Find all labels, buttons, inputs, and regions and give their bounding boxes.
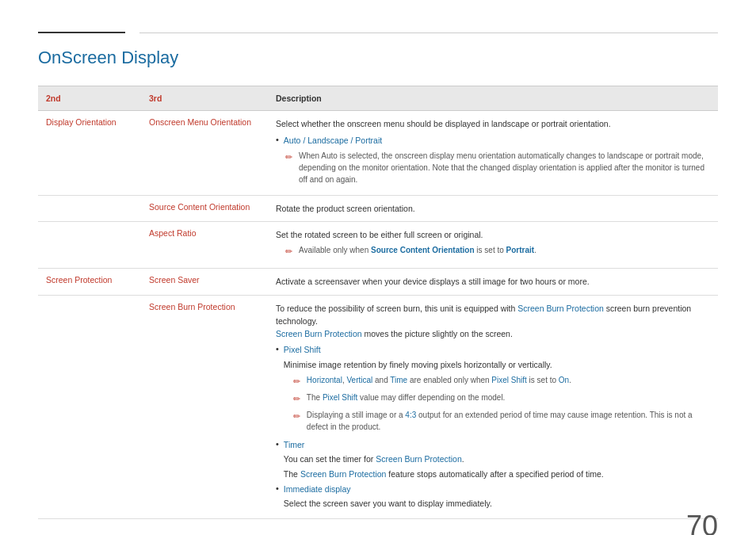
screen-burn-label: Screen Burn Protection <box>149 302 235 311</box>
table-row: Screen Protection Screen Saver Activate … <box>38 269 718 295</box>
portrait-link: Portrait <box>506 246 535 254</box>
display-orientation-label: Display Orientation <box>46 117 116 127</box>
table-row: Screen Burn Protection To reduce the pos… <box>38 295 718 519</box>
note-icon-p1: ✏ <box>293 375 303 388</box>
top-line-right <box>139 32 718 33</box>
page-number: 70 <box>686 510 718 535</box>
table-header-row: 2nd 3rd Description <box>38 86 718 111</box>
timer-container: Timer You can set the timer for Screen B… <box>284 438 604 480</box>
pixel-shift-container: Pixel Shift Minimise image retention by … <box>284 343 710 436</box>
timer-sub1: You can set the timer for Screen Burn Pr… <box>284 453 604 465</box>
immediate-container: Immediate display Select the screen save… <box>284 483 492 510</box>
desc-screen-saver: Activate a screensaver when your device … <box>276 277 590 286</box>
pixel-shift-label: Pixel Shift <box>284 345 321 354</box>
pixel-shift-link2: Pixel Shift <box>491 376 526 384</box>
note-icon: ✏ <box>285 151 295 164</box>
note-block-aspect: ✏ Available only when Source Content Ori… <box>285 244 710 258</box>
note-text-p2: The Pixel Shift value may differ dependi… <box>307 392 506 403</box>
desc-source-content: Rotate the product screen orientation. <box>276 204 415 213</box>
note-pixel-3: ✏ Displaying a still image or a 4:3 outp… <box>293 409 710 433</box>
cell-3rd-screen-saver: Screen Saver <box>141 269 268 295</box>
aspect-ratio-label: Aspect Ratio <box>149 228 197 238</box>
cell-2nd-screen-protection: Screen Protection <box>38 269 141 295</box>
note-icon-aspect: ✏ <box>285 245 295 258</box>
immediate-label: Immediate display <box>284 484 351 494</box>
cell-2nd-empty1 <box>38 195 141 221</box>
note-text-auto: When Auto is selected, the onscreen disp… <box>299 150 710 185</box>
onscreen-menu-label: Onscreen Menu Orientation <box>149 117 251 127</box>
top-line <box>38 32 718 33</box>
timer-sub2: The Screen Burn Protection feature stops… <box>284 468 604 480</box>
cell-3rd-aspect-ratio: Aspect Ratio <box>141 222 268 269</box>
immediate-sub: Select the screen saver you want to disp… <box>284 497 492 510</box>
screen-protection-label: Screen Protection <box>46 275 112 285</box>
note-text-aspect: Available only when Source Content Orien… <box>299 244 536 256</box>
note-pixel-1: ✏ Horizontal, Vertical and Time are enab… <box>293 374 710 388</box>
header-3rd: 3rd <box>141 86 268 111</box>
cell-2nd-empty3 <box>38 295 141 519</box>
page-title: OnScreen Display <box>38 48 718 68</box>
cell-3rd-onscreen-menu: Onscreen Menu Orientation <box>141 111 268 196</box>
pixel-shift-link3: Pixel Shift <box>323 393 357 402</box>
ratio-link: 4:3 <box>405 411 416 419</box>
bullet-list-onscreen: Auto / Landscape / Portrait <box>276 134 710 147</box>
cell-3rd-screen-burn: Screen Burn Protection <box>141 295 268 519</box>
screen-burn-link1: Screen Burn Protection <box>517 304 604 313</box>
pixel-shift-sub: Minimise image retention by finely movin… <box>284 358 710 371</box>
horizontal-link: Horizontal <box>307 376 342 384</box>
cell-3rd-source-content: Source Content Orientation <box>141 195 268 221</box>
cell-2nd-display-orientation: Display Orientation <box>38 111 141 196</box>
time-link: Time <box>390 376 407 384</box>
cell-desc-screen-saver: Activate a screensaver when your device … <box>268 269 718 295</box>
content-table: 2nd 3rd Description Display Orientation … <box>38 86 718 519</box>
list-item-immediate: Immediate display Select the screen save… <box>276 483 710 510</box>
cell-desc-onscreen-menu: Select whether the onscreen menu should … <box>268 111 718 196</box>
note-text-p1: Horizontal, Vertical and Time are enable… <box>307 374 571 386</box>
header-desc: Description <box>268 86 718 111</box>
desc-aspect-ratio: Set the rotated screen to be either full… <box>276 230 483 239</box>
timer-label: Timer <box>284 440 304 449</box>
table-row: Display Orientation Onscreen Menu Orient… <box>38 111 718 196</box>
note-block-auto: ✏ When Auto is selected, the onscreen di… <box>285 150 710 185</box>
cell-desc-screen-burn: To reduce the possibility of screen burn… <box>268 295 718 519</box>
screen-burn-link4: Screen Burn Protection <box>300 469 387 479</box>
cell-desc-source-content: Rotate the product screen orientation. <box>268 195 718 221</box>
desc-onscreen-menu-main: Select whether the onscreen menu should … <box>276 119 611 128</box>
list-item-timer: Timer You can set the timer for Screen B… <box>276 438 710 480</box>
screen-saver-label: Screen Saver <box>149 275 200 285</box>
screen-burn-link3: Screen Burn Protection <box>376 454 462 464</box>
cell-2nd-empty2 <box>38 222 141 269</box>
cell-desc-aspect-ratio: Set the rotated screen to be either full… <box>268 222 718 269</box>
table-row: Aspect Ratio Set the rotated screen to b… <box>38 222 718 269</box>
screen-burn-link2: Screen Burn Protection <box>276 329 362 338</box>
list-item-pixel-shift: Pixel Shift Minimise image retention by … <box>276 343 710 436</box>
source-content-label: Source Content Orientation <box>149 202 250 212</box>
note-pixel-2: ✏ The Pixel Shift value may differ depen… <box>293 392 710 406</box>
page-container: OnScreen Display 2nd 3rd Description Dis… <box>0 0 756 535</box>
vertical-link: Vertical <box>346 376 372 384</box>
desc-screen-burn-intro: To reduce the possibility of screen burn… <box>276 304 691 326</box>
note-icon-p3: ✏ <box>293 410 303 423</box>
source-content-link: Source Content Orientation <box>371 246 475 254</box>
auto-landscape-portrait: Auto / Landscape / Portrait <box>284 134 382 147</box>
note-icon-p2: ✏ <box>293 392 303 406</box>
table-row: Source Content Orientation Rotate the pr… <box>38 195 718 221</box>
list-item-auto: Auto / Landscape / Portrait <box>276 134 710 147</box>
note-text-p3: Displaying a still image or a 4:3 output… <box>307 409 710 433</box>
bullet-list-screen-burn: Pixel Shift Minimise image retention by … <box>276 343 710 510</box>
on-link: On <box>559 376 569 384</box>
header-2nd: 2nd <box>38 86 141 111</box>
desc-screen-burn-line2: Screen Burn Protection moves the picture… <box>276 329 513 338</box>
top-line-left <box>38 32 125 33</box>
